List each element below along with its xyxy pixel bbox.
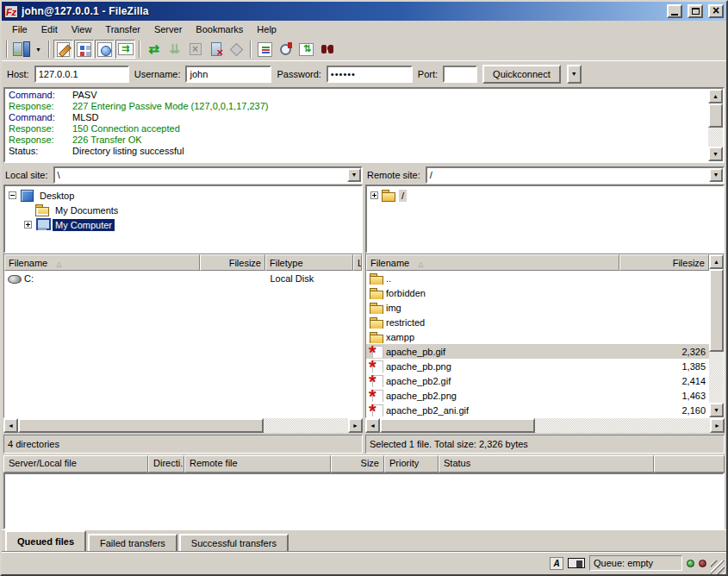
file-row[interactable]: .. <box>366 271 709 285</box>
menu-item[interactable]: Server <box>147 22 189 36</box>
remote-site-value: / <box>427 170 709 180</box>
quickconnect-dropdown-icon[interactable] <box>567 65 582 84</box>
scrollbar-track[interactable] <box>535 418 710 433</box>
quickconnect-button[interactable]: Quickconnect <box>482 65 561 84</box>
password-input[interactable] <box>327 66 413 83</box>
menu-item[interactable]: Edit <box>34 22 65 36</box>
column-header[interactable]: Filename <box>366 254 619 271</box>
file-row[interactable]: restricted <box>366 315 709 329</box>
host-label: Host: <box>7 69 29 79</box>
queue-column-header[interactable]: Directi... <box>148 455 184 473</box>
column-header[interactable]: Filetype <box>265 254 353 271</box>
processqueue-icon[interactable] <box>165 40 184 59</box>
file-row[interactable]: apache_pb2_ani.gif 2,160 <box>366 403 709 417</box>
scroll-right-icon[interactable] <box>348 418 363 433</box>
menu-item[interactable]: File <box>5 22 34 36</box>
scrollbar-thumb[interactable] <box>709 269 724 352</box>
expander-icon[interactable] <box>9 191 16 199</box>
file-row[interactable]: img <box>366 300 709 315</box>
file-row[interactable]: apache_pb2.png 1,463 <box>366 388 709 403</box>
scrollbar-track[interactable] <box>708 128 723 147</box>
host-input[interactable] <box>34 66 129 83</box>
refresh-icon[interactable] <box>144 40 164 59</box>
combo-dropdown-icon[interactable] <box>709 168 723 182</box>
scroll-left-icon[interactable] <box>3 418 18 433</box>
localtree-icon[interactable] <box>74 40 94 59</box>
minimize-button[interactable] <box>667 4 682 18</box>
desktop-icon <box>20 189 34 202</box>
scroll-right-icon[interactable] <box>710 418 725 433</box>
file-row[interactable]: forbidden <box>366 285 709 300</box>
speed-limits-icon[interactable] <box>568 558 585 568</box>
scroll-up-icon[interactable] <box>709 254 724 269</box>
remote-site-combo[interactable]: / <box>426 166 725 184</box>
queue-list[interactable] <box>3 473 725 529</box>
logview-icon[interactable] <box>53 40 73 59</box>
file-row[interactable]: C: Local Disk <box>4 271 362 285</box>
file-row[interactable]: xampp <box>366 329 709 344</box>
tree-item[interactable]: Desktop <box>5 188 361 203</box>
file-row[interactable]: apache_pb.png 1,385 <box>366 359 709 373</box>
menu-item[interactable]: View <box>65 22 99 36</box>
menu-item[interactable]: Bookmarks <box>189 22 250 36</box>
scrollbar-track[interactable] <box>709 352 724 403</box>
column-header[interactable]: Filesize <box>619 254 709 271</box>
queue-column-header[interactable]: Priority <box>384 455 439 473</box>
file-row[interactable]: apache_pb2.gif 2,414 <box>366 373 709 388</box>
reconnect-icon[interactable] <box>227 40 246 59</box>
remote-list-body: .. forbidden img <box>366 271 709 417</box>
resize-grip[interactable] <box>711 560 725 574</box>
minimize-icon <box>671 14 678 16</box>
find-icon[interactable] <box>317 40 337 59</box>
local-site-combo[interactable]: \ <box>53 166 363 184</box>
remote-vertical-scrollbar[interactable] <box>709 254 724 417</box>
tree-item[interactable]: My Computer <box>5 217 361 232</box>
scrollbar-thumb[interactable] <box>380 418 535 433</box>
close-button[interactable] <box>708 4 724 18</box>
compare-icon[interactable] <box>276 40 296 59</box>
toolbar-separator <box>6 41 8 58</box>
filter-icon[interactable] <box>255 40 275 59</box>
folder-icon <box>370 272 383 285</box>
scroll-down-icon[interactable] <box>709 403 724 417</box>
maximize-button[interactable] <box>688 4 703 18</box>
column-header[interactable]: L <box>353 254 362 271</box>
disconnect-icon[interactable] <box>206 40 226 59</box>
cancel-icon[interactable] <box>185 40 205 59</box>
scroll-up-icon[interactable] <box>708 89 723 103</box>
username-input[interactable] <box>185 66 271 83</box>
queue-column-header[interactable]: Status <box>439 455 654 473</box>
menu-item[interactable]: Transfer <box>98 22 147 36</box>
local-horizontal-scrollbar[interactable] <box>3 418 363 433</box>
expander-icon[interactable] <box>24 221 32 229</box>
tree-item[interactable]: My Documents <box>5 203 361 217</box>
log-vertical-scrollbar[interactable] <box>708 89 723 161</box>
tree-item[interactable]: / <box>367 188 723 203</box>
transfer-tab[interactable]: Successful transfers <box>179 534 289 551</box>
file-row[interactable]: apache_pb.gif 2,326 <box>366 344 709 359</box>
column-header[interactable]: Filesize <box>200 254 265 271</box>
column-header[interactable]: Filename <box>4 254 200 271</box>
datatype-ascii-icon[interactable]: A <box>550 557 563 570</box>
scroll-left-icon[interactable] <box>365 418 380 433</box>
queue-column-header[interactable]: Size <box>331 455 384 473</box>
expander-icon[interactable] <box>370 191 378 199</box>
queue-column-header[interactable]: Server/Local file <box>3 455 148 473</box>
queueview-icon[interactable] <box>115 40 135 59</box>
transfer-tab[interactable]: Queued files <box>5 530 86 551</box>
scrollbar-track[interactable] <box>264 418 348 433</box>
remotetree-icon[interactable] <box>95 40 115 59</box>
queue-column-header[interactable]: Remote file <box>184 455 331 473</box>
scroll-down-icon[interactable] <box>708 147 723 161</box>
remote-horizontal-scrollbar[interactable] <box>365 418 725 433</box>
syncbrowse-icon[interactable] <box>296 40 316 59</box>
toolbar-dropdown-icon[interactable] <box>32 40 45 59</box>
combo-dropdown-icon[interactable] <box>347 168 361 182</box>
port-input[interactable] <box>443 66 477 83</box>
menu-item[interactable]: Help <box>250 22 283 36</box>
queue-column-header[interactable] <box>654 455 725 473</box>
scrollbar-thumb[interactable] <box>18 418 264 433</box>
site-manager-icon[interactable] <box>11 40 31 59</box>
scrollbar-thumb[interactable] <box>708 103 723 128</box>
transfer-tab[interactable]: Failed transfers <box>88 534 177 551</box>
